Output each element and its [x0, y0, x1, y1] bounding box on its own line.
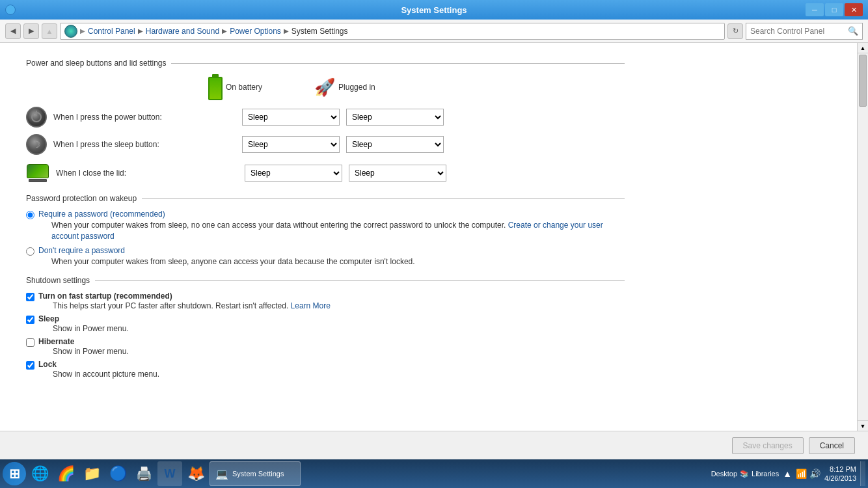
- lid-battery-select[interactable]: Do nothing Sleep Hibernate Shut down Tur…: [245, 165, 342, 182]
- page-content: Power and sleep buttons and lid settings…: [0, 43, 638, 389]
- forward-button[interactable]: ▶: [23, 23, 39, 39]
- up-button[interactable]: ▲: [42, 23, 57, 39]
- minimize-button[interactable]: ─: [806, 3, 824, 16]
- show-more-button[interactable]: ▲: [783, 468, 792, 479]
- create-password-link[interactable]: Create or change your user account passw…: [51, 221, 603, 241]
- scrollbar[interactable]: ▲ ▼: [857, 43, 868, 431]
- hibernate-checkbox[interactable]: [26, 338, 34, 347]
- breadcrumb-hardware-sound[interactable]: Hardware and Sound: [146, 27, 219, 36]
- fast-startup-checkbox[interactable]: [26, 293, 34, 301]
- lock-checkbox[interactable]: [26, 361, 34, 370]
- system-tray: 📶 🔊: [796, 468, 821, 479]
- taskbar-chrome[interactable]: 🔵: [105, 461, 130, 486]
- breadcrumb-system-settings: System Settings: [292, 27, 348, 36]
- breadcrumb-control-panel[interactable]: Control Panel: [88, 27, 135, 36]
- lock-row: Lock Show in account picture menu.: [26, 360, 625, 379]
- learn-more-link[interactable]: Learn More: [291, 301, 331, 310]
- fast-startup-label: Turn on fast startup (recommended): [38, 291, 331, 301]
- power-sleep-heading: Power and sleep buttons and lid settings: [26, 59, 625, 68]
- power-button-battery-select[interactable]: Do nothing Sleep Hibernate Shut down Tur…: [242, 109, 340, 126]
- taskbar-picasa[interactable]: 🌈: [53, 461, 78, 486]
- search-icon: 🔍: [848, 26, 858, 36]
- taskbar-ie[interactable]: 🌐: [27, 461, 52, 486]
- volume-icon[interactable]: 🔊: [809, 468, 821, 479]
- sleep-shutdown-row: Sleep Show in Power menu.: [26, 314, 625, 333]
- sleep-button-icon: ☽: [26, 134, 47, 155]
- lid-label: When I close the lid:: [56, 169, 199, 178]
- no-password-radio[interactable]: [26, 247, 34, 256]
- require-password-option: Require a password (recommended) When yo…: [26, 210, 625, 242]
- power-button-label: When I press the power button:: [53, 113, 197, 122]
- on-battery-label: On battery: [208, 74, 262, 100]
- search-input[interactable]: [750, 27, 848, 36]
- power-button-row: When I press the power button: Do nothin…: [26, 107, 625, 128]
- fast-startup-row: Turn on fast startup (recommended) This …: [26, 291, 625, 310]
- lid-plugged-select[interactable]: Do nothing Sleep Hibernate Shut down Tur…: [349, 165, 446, 182]
- taskbar-right: Desktop 📚 Libraries ▲ 📶 🔊 8:12 PM 4/26/2…: [711, 461, 865, 486]
- show-desktop-button[interactable]: [860, 461, 865, 486]
- taskbar: ⊞ 🌐 🌈 📁 🔵 🖨️ W 🦊 💻 System Settings Deskt…: [0, 459, 868, 488]
- password-heading: Password protection on wakeup: [26, 194, 625, 203]
- libraries-icon: 📚: [740, 470, 749, 478]
- sleep-shutdown-label: Sleep: [38, 314, 129, 323]
- lid-row: When I close the lid: Do nothing Sleep H…: [26, 161, 625, 185]
- taskbar-active-window[interactable]: 💻 System Settings: [210, 461, 301, 486]
- bottom-bar: Save changes Cancel: [0, 431, 868, 459]
- desktop-label: Desktop: [711, 470, 737, 478]
- scroll-up-button[interactable]: ▲: [858, 43, 868, 53]
- search-box: 🔍: [746, 23, 863, 40]
- no-password-option: Don't require a password When your compu…: [26, 246, 625, 267]
- power-button-plugged-select[interactable]: Do nothing Sleep Hibernate Shut down Tur…: [346, 109, 444, 126]
- breadcrumb-power-options[interactable]: Power Options: [230, 27, 281, 36]
- shutdown-heading: Shutdown settings: [26, 276, 625, 285]
- maximize-button[interactable]: □: [825, 3, 843, 16]
- no-password-label[interactable]: Don't require a password: [38, 246, 415, 255]
- require-password-label[interactable]: Require a password (recommended): [38, 210, 625, 219]
- start-button[interactable]: ⊞: [3, 462, 26, 485]
- time-display: 8:12 PM: [824, 465, 856, 474]
- lock-label: Lock: [38, 360, 159, 369]
- back-button[interactable]: ◀: [5, 23, 21, 39]
- shutdown-section: Turn on fast startup (recommended) This …: [26, 291, 625, 379]
- scroll-down-button[interactable]: ▼: [858, 420, 868, 431]
- sleep-button-plugged-select[interactable]: Do nothing Sleep Hibernate Shut down Tur…: [346, 136, 444, 153]
- libraries-label: Libraries: [752, 470, 779, 478]
- taskbar-word[interactable]: W: [157, 461, 182, 486]
- power-button-dropdowns: Do nothing Sleep Hibernate Shut down Tur…: [242, 109, 444, 126]
- require-password-desc: When your computer wakes from sleep, no …: [51, 220, 625, 242]
- no-password-desc: When your computer wakes from sleep, any…: [51, 256, 415, 267]
- app-icon: [5, 5, 16, 15]
- window-controls: ─ □ ✕: [806, 3, 863, 16]
- content-area: Power and sleep buttons and lid settings…: [0, 43, 868, 431]
- clock[interactable]: 8:12 PM 4/26/2013: [824, 465, 856, 483]
- title-bar-left: [5, 5, 16, 15]
- network-icon[interactable]: 📶: [796, 468, 807, 479]
- taskbar-printer[interactable]: 🖨️: [131, 461, 156, 486]
- battery-header: On battery 🚀 Plugged in: [208, 74, 625, 100]
- sleep-button-row: ☽ When I press the sleep button: Do noth…: [26, 134, 625, 155]
- cancel-button[interactable]: Cancel: [809, 437, 855, 454]
- sleep-checkbox[interactable]: [26, 316, 34, 324]
- taskbar-left: ⊞ 🌐 🌈 📁 🔵 🖨️ W 🦊 💻 System Settings: [3, 461, 301, 486]
- taskbar-desktop-area: Desktop 📚 Libraries: [711, 470, 780, 478]
- nav-bar: ◀ ▶ ▲ ▶ Control Panel ▶ Hardware and Sou…: [0, 20, 868, 43]
- hibernate-desc: Show in Power menu.: [53, 347, 129, 356]
- refresh-button[interactable]: ↻: [727, 23, 743, 39]
- globe-icon: [64, 25, 77, 38]
- taskbar-file-explorer[interactable]: 📁: [79, 461, 104, 486]
- taskbar-firefox[interactable]: 🦊: [183, 461, 208, 486]
- password-section: Require a password (recommended) When yo…: [26, 210, 625, 267]
- lid-dropdowns: Do nothing Sleep Hibernate Shut down Tur…: [245, 165, 446, 182]
- sleep-button-battery-select[interactable]: Do nothing Sleep Hibernate Shut down Tur…: [242, 136, 340, 153]
- fast-startup-desc: This helps start your PC faster after sh…: [53, 301, 331, 310]
- sleep-button-dropdowns: Do nothing Sleep Hibernate Shut down Tur…: [242, 136, 444, 153]
- lock-desc: Show in account picture menu.: [53, 370, 159, 379]
- window-title: System Settings: [401, 5, 467, 15]
- save-changes-button[interactable]: Save changes: [732, 437, 804, 454]
- scroll-thumb[interactable]: [859, 55, 867, 107]
- require-password-radio[interactable]: [26, 211, 34, 219]
- hibernate-label: Hibernate: [38, 337, 129, 346]
- sleep-button-label: When I press the sleep button:: [53, 140, 197, 149]
- power-button-icon: [26, 107, 47, 128]
- close-button[interactable]: ✕: [845, 3, 863, 16]
